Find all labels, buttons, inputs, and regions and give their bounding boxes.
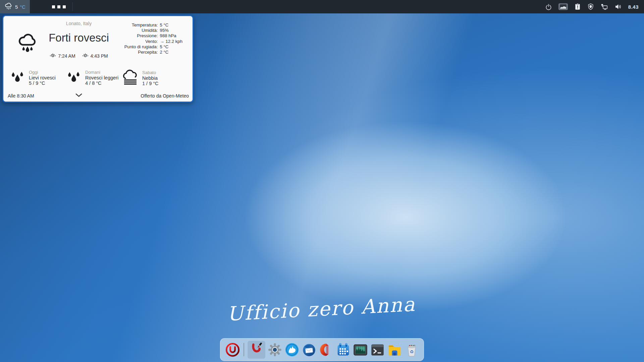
red-u-brush-icon xyxy=(250,342,264,357)
sun-times: 7:24 AM 4:43 PM xyxy=(29,52,129,60)
forecast-condition: Rovesci leggeri xyxy=(85,75,118,80)
gear-icon xyxy=(267,342,282,357)
network-icon[interactable] xyxy=(600,3,608,10)
rain-showers-icon xyxy=(66,69,82,86)
stat-value: 5 °C xyxy=(160,22,182,28)
dock-item-terminal[interactable] xyxy=(370,342,385,357)
dock: ♻ xyxy=(220,338,424,361)
dock-item-system-monitor[interactable] xyxy=(353,342,368,357)
dock-item-trash[interactable]: ♻ xyxy=(404,342,419,357)
system-monitor-icon xyxy=(353,342,368,357)
fog-icon xyxy=(121,69,139,87)
rain-showers-icon xyxy=(10,69,25,86)
forecast-day: Sabato xyxy=(142,70,159,75)
dock-item-librewolf-browser[interactable] xyxy=(284,342,300,357)
weather-stats: Temperatura: 5 °C Umidità: 95% Pressione… xyxy=(124,22,182,55)
dock-item-file-manager[interactable] xyxy=(387,342,402,357)
stat-label: Pressione: xyxy=(124,33,158,39)
panel-temperature: 5 xyxy=(15,4,18,10)
thunderbird-icon xyxy=(302,342,317,357)
trash-icon: ♻ xyxy=(404,342,419,357)
forecast-temps: 5 / 9 °C xyxy=(29,80,56,86)
weather-updated-time: Alle 8:30 AM xyxy=(8,93,34,99)
stat-label: Temperatura: xyxy=(124,22,158,28)
weather-condition: Forti rovesci xyxy=(42,32,116,44)
stat-label: Punto di rugiada: xyxy=(124,44,158,50)
forecast-day: Domani xyxy=(85,70,118,75)
sunrise-time: 7:24 AM xyxy=(58,53,75,59)
stat-label: Umidità: xyxy=(124,28,158,33)
power-icon[interactable] xyxy=(545,3,552,10)
panel-menu-button[interactable] xyxy=(45,0,72,13)
dock-item-calendar[interactable] xyxy=(335,342,351,357)
stat-value: 5 °C xyxy=(160,44,182,50)
sunset-icon xyxy=(82,52,89,60)
forecast-temps: 1 / 9 °C xyxy=(142,81,159,86)
desktop-wallpaper: 5 °C xyxy=(0,0,644,362)
top-panel: 5 °C xyxy=(0,0,644,13)
stat-value: → 12.2 kph xyxy=(160,39,182,44)
svg-text:♻: ♻ xyxy=(410,349,414,354)
shield-icon[interactable] xyxy=(587,3,594,10)
office-icon xyxy=(319,342,334,357)
volume-icon[interactable] xyxy=(614,3,622,10)
stat-value: 95% xyxy=(160,28,182,33)
forecast-saturday: Sabato Nebbia 1 / 9 °C xyxy=(121,69,159,87)
calendar-icon xyxy=(336,342,351,357)
stat-value: 988 hPa xyxy=(160,33,182,39)
system-tray: 8.43 xyxy=(545,0,644,13)
chevron-down-icon xyxy=(74,94,83,99)
clipboard-icon[interactable] xyxy=(574,3,581,10)
dock-separator xyxy=(244,343,244,356)
stat-label: Vento: xyxy=(124,39,158,44)
forecast-condition: Lievi rovesci xyxy=(29,75,56,80)
three-dots-icon xyxy=(52,5,55,8)
wallpaper-icon[interactable] xyxy=(558,3,568,10)
forecast-condition: Nebbia xyxy=(142,75,159,81)
panel-temperature-unit: °C xyxy=(20,4,25,10)
forecast-day: Oggi xyxy=(29,70,56,75)
weather-popup: Lonato, Italy Forti rovesci 7:24 AM xyxy=(2,15,194,103)
forecast-temps: 4 / 8 °C xyxy=(85,80,118,86)
weather-attribution: Offerto da Open-Meteo xyxy=(141,93,189,99)
panel-separator xyxy=(72,2,73,11)
dock-item-thunderbird-mail[interactable] xyxy=(301,342,317,357)
stat-label: Percepita: xyxy=(124,50,158,55)
sunset-time: 4:43 PM xyxy=(91,53,108,59)
dock-item-settings[interactable] xyxy=(267,342,282,357)
dock-item-uz-app[interactable] xyxy=(248,341,265,359)
weather-location: Lonato, Italy xyxy=(29,21,129,26)
heavy-rain-icon xyxy=(16,30,39,54)
sunrise-icon xyxy=(50,52,56,60)
wallpaper-signature: Ufficio zero Anna xyxy=(226,293,416,325)
weather-expand-button[interactable] xyxy=(74,93,83,99)
dock-item-uz-menu[interactable] xyxy=(225,342,240,357)
rain-cloud-icon xyxy=(4,2,13,12)
dock-item-office-suite[interactable] xyxy=(318,342,334,357)
panel-weather-button[interactable]: 5 °C xyxy=(0,0,30,13)
terminal-icon xyxy=(370,342,385,357)
forecast-today: Oggi Lievi rovesci 5 / 9 °C xyxy=(10,69,56,86)
panel-clock[interactable]: 8.43 xyxy=(628,4,639,10)
librewolf-icon xyxy=(284,342,300,357)
folder-icon xyxy=(387,342,402,357)
forecast-tomorrow: Domani Rovesci leggeri 4 / 8 °C xyxy=(66,69,118,86)
stat-value: 2 °C xyxy=(160,50,182,55)
ufficiozero-logo-icon xyxy=(225,342,240,357)
